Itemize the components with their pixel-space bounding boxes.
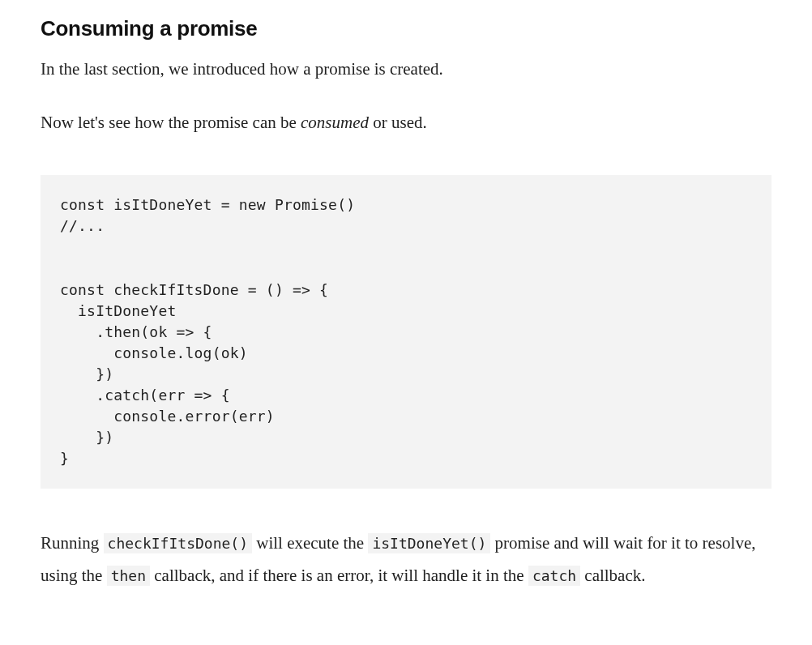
text-segment: Running [41, 533, 104, 553]
intro-paragraph-1: In the last section, we introduced how a… [41, 56, 771, 83]
inline-code-checkifitsdone: checkIfItsDone() [104, 533, 252, 553]
inline-code-then: then [107, 566, 150, 586]
para2-text-post: or used. [369, 113, 427, 132]
explanation-paragraph: Running checkIfItsDone() will execute th… [41, 528, 771, 592]
inline-code-isitdoneyet: isItDoneYet() [368, 533, 490, 553]
text-segment: callback, and if there is an error, it w… [150, 566, 528, 585]
code-block: const isItDoneYet = new Promise() //... … [41, 175, 771, 489]
para2-emphasis: consumed [301, 113, 369, 132]
text-segment: callback. [580, 566, 645, 585]
para2-text-pre: Now let's see how the promise can be [41, 113, 301, 132]
inline-code-catch: catch [528, 566, 580, 586]
text-segment: will execute the [252, 533, 368, 553]
intro-paragraph-2: Now let's see how the promise can be con… [41, 109, 771, 137]
section-heading: Consuming a promise [41, 16, 771, 41]
